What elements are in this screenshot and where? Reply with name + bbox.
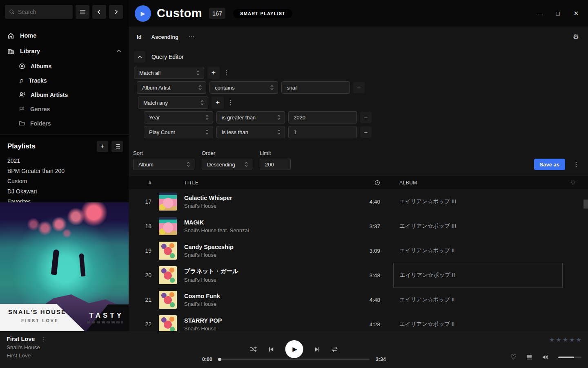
search-field[interactable] <box>18 9 63 15</box>
match-select[interactable]: Match all <box>134 67 204 79</box>
forward-button[interactable] <box>109 5 123 19</box>
track-album-cell[interactable]: エイリアン☆ポップ II <box>393 287 563 312</box>
add-playlist-button[interactable]: + <box>97 141 108 152</box>
save-menu-button[interactable]: ⋮ <box>572 159 580 170</box>
favorite-button[interactable]: ♡ <box>510 353 517 361</box>
sidebar-item-genres[interactable]: Genres <box>0 102 129 116</box>
sidebar-item-folders[interactable]: Folders <box>0 116 129 130</box>
settings-button[interactable]: ⚙ <box>573 33 579 41</box>
rule-value-input[interactable] <box>288 126 357 138</box>
seek-handle[interactable] <box>218 358 221 361</box>
column-header-title[interactable]: TITLE <box>184 180 335 186</box>
sidebar-item-tracks[interactable]: ♫ Tracks <box>0 73 129 88</box>
save-as-button[interactable]: Save as <box>534 159 565 170</box>
rule-field-value: Album Artist <box>142 85 170 91</box>
rule-field-select[interactable]: Album Artist <box>137 81 206 94</box>
collapse-query-button[interactable] <box>134 51 145 63</box>
table-row[interactable]: 17 Galactic Whisper Snail's House 4:40 エ… <box>129 189 588 214</box>
remove-rule-button[interactable]: − <box>353 82 365 93</box>
track-album-cell[interactable]: エイリアン☆ポップ II <box>393 238 563 263</box>
sidebar-item-home[interactable]: Home <box>0 28 129 43</box>
updown-icon <box>270 85 274 90</box>
limit-input[interactable] <box>260 159 291 170</box>
track-album-cell[interactable]: エイリアン☆ポップ II <box>393 263 563 287</box>
track-album-cell[interactable]: エイリアン☆ポップ II <box>393 312 563 331</box>
rule-value-input[interactable] <box>288 111 357 123</box>
sort-field-button[interactable]: Id <box>137 34 142 40</box>
rule-operator-select[interactable]: is greater than <box>216 111 285 123</box>
remove-rule-button[interactable]: − <box>360 112 372 123</box>
table-row[interactable]: 21 Cosmo Funk Snail's House 4:48 エイリアン☆ポ… <box>129 287 588 312</box>
table-row[interactable]: 19 Candy Spaceship Snail's House 3:09 エイ… <box>129 238 588 263</box>
shuffle-button[interactable] <box>250 346 257 352</box>
more-options-button[interactable]: ⋯ <box>188 33 195 40</box>
playlist-item[interactable]: 2021 <box>0 155 129 166</box>
column-header-index[interactable]: # <box>129 180 151 186</box>
track-album-cell[interactable]: エイリアン☆ポップ III <box>393 189 563 214</box>
chevron-up-icon <box>138 56 142 58</box>
sidebar-item-albums[interactable]: Albums <box>0 59 129 73</box>
match-select[interactable]: Match any <box>138 96 208 109</box>
table-row[interactable]: 18 MAGIK Snail's House feat. Sennzai 3:3… <box>129 214 588 238</box>
rule-operator-select[interactable]: contains <box>209 81 278 94</box>
star-icon[interactable]: ★ <box>556 336 561 343</box>
rule-field-select[interactable]: Play Count <box>144 126 213 138</box>
rule-value-input[interactable] <box>281 81 350 94</box>
playlist-item[interactable]: BPM Greater than 200 <box>0 166 129 176</box>
track-artwork-thumbnail <box>159 315 177 331</box>
minimize-button[interactable]: — <box>536 10 543 17</box>
order-select[interactable]: Descending <box>202 159 252 170</box>
previous-button[interactable] <box>268 346 274 352</box>
favorite-column-header[interactable]: ♡ <box>563 180 588 186</box>
menu-button[interactable] <box>76 5 89 19</box>
track-album: エイリアン☆ポップ II <box>400 272 455 279</box>
volume-button[interactable] <box>542 354 549 360</box>
column-header-album[interactable]: ALBUM <box>393 180 563 186</box>
track-list: 17 Galactic Whisper Snail's House 4:40 エ… <box>129 189 588 331</box>
next-button[interactable] <box>314 346 321 352</box>
track-album-cell[interactable]: エイリアン☆ポップ III <box>393 214 563 238</box>
group-menu-button[interactable]: ⋮ <box>227 99 234 106</box>
search-input[interactable] <box>5 5 73 19</box>
sidebar: Home Library Albums <box>0 0 129 331</box>
playlist-options-button[interactable] <box>111 141 123 152</box>
star-icon[interactable]: ★ <box>563 336 568 343</box>
track-duration: 3:48 <box>335 272 380 278</box>
sort-order-button[interactable]: Ascending <box>151 34 178 40</box>
track-artist: Snail's House <box>184 301 335 307</box>
play-playlist-button[interactable]: ▶ <box>135 5 151 22</box>
duration-column-header[interactable] <box>335 180 380 186</box>
table-row[interactable]: 22 STARRY POP Snail's House 4:28 エイリアン☆ポ… <box>129 312 588 331</box>
scrollbar-thumb[interactable] <box>584 200 588 209</box>
volume-slider[interactable] <box>558 357 581 358</box>
star-icon[interactable]: ★ <box>549 336 555 343</box>
playlist-item[interactable]: DJ Okawari <box>0 186 129 196</box>
group-menu-button[interactable]: ⋮ <box>223 69 230 76</box>
star-icon[interactable]: ★ <box>569 336 575 343</box>
now-playing-menu-button[interactable]: ⋮ <box>40 336 46 342</box>
close-button[interactable]: ✕ <box>572 10 580 17</box>
remove-rule-button[interactable]: − <box>360 126 372 138</box>
back-button[interactable] <box>92 5 106 19</box>
rating-stars[interactable]: ★ ★ ★ ★ ★ <box>549 336 581 343</box>
seek-bar[interactable] <box>218 359 370 360</box>
chevron-up-icon[interactable] <box>116 49 121 53</box>
list-icon <box>114 144 120 149</box>
table-row[interactable]: 20 プラネット・ガール Snail's House 3:48 エイリアン☆ポッ… <box>129 263 588 287</box>
track-duration: 4:28 <box>335 321 380 328</box>
play-pause-button[interactable]: ▶ <box>285 340 303 358</box>
sidebar-item-label: Albums <box>31 63 51 70</box>
add-rule-button[interactable]: + <box>212 96 224 109</box>
repeat-button[interactable] <box>332 346 339 352</box>
rule-operator-select[interactable]: is less than <box>216 126 285 138</box>
sort-select[interactable]: Album <box>133 159 194 170</box>
add-rule-button[interactable]: + <box>207 67 220 79</box>
star-icon[interactable]: ★ <box>576 336 581 343</box>
sidebar-item-library[interactable]: Library <box>0 43 129 59</box>
queue-button[interactable] <box>526 355 532 360</box>
rule-field-select[interactable]: Year <box>144 111 213 123</box>
updown-icon <box>198 85 202 90</box>
maximize-button[interactable]: □ <box>554 10 561 17</box>
sidebar-item-album-artists[interactable]: Album Artists <box>0 88 129 102</box>
playlist-item[interactable]: Custom <box>0 176 129 186</box>
